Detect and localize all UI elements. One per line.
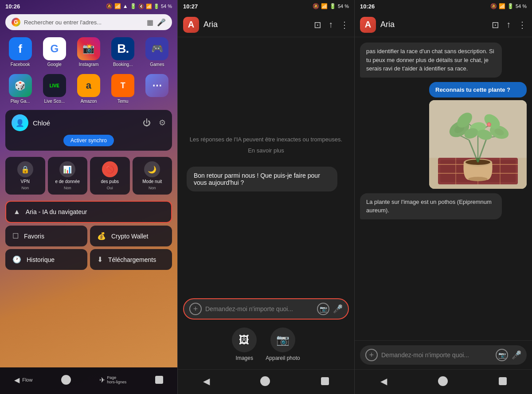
images-icon[interactable]: 🖼 — [232, 328, 257, 352]
app-icon-playgames: 🎲 — [9, 74, 32, 97]
profile-section: 👤 Chloé ⏻ ⚙ Activer synchro — [5, 110, 172, 151]
menu-aria[interactable]: ▲ Aria - IA du navigateur — [5, 201, 172, 223]
bot-message-1: pas identifier la race d'un chat sans de… — [360, 43, 502, 78]
add-attachment-button-p3[interactable]: + — [365, 349, 378, 361]
aria-header-p3: A Aria ⊡ ↑ ⋮ — [355, 12, 532, 37]
battery-pct-p3: 54 % — [516, 4, 527, 9]
app-label-playgames: Play Ga... — [11, 99, 30, 104]
status-time-p2: 10:27 — [183, 3, 198, 10]
camera-icon[interactable]: 📷 — [270, 328, 295, 352]
app-instagram[interactable]: 📸 Instagram — [74, 37, 103, 67]
nav-recents-p2[interactable] — [321, 377, 329, 385]
app-more[interactable]: ⋯ — [142, 74, 172, 104]
wifi-icon-p1: 📶 — [114, 3, 121, 9]
chat-input-p2[interactable]: Demandez-moi n'importe quoi... — [205, 305, 313, 312]
header-actions-p3: ⊡ ↑ ⋮ — [492, 20, 527, 30]
app-booking[interactable]: B. Booking... — [108, 37, 138, 67]
search-bar[interactable]: G Rechercher ou entrer l'adres... ▦ 🎤 — [5, 14, 172, 30]
menu-downloads-label: Téléchargements — [108, 256, 156, 263]
toggle-data[interactable]: 📊 e de donnée Non — [48, 157, 88, 195]
app-games[interactable]: 🎮 Games — [142, 37, 172, 67]
nav-back-p3[interactable]: ◀ — [380, 376, 387, 386]
app-playgames[interactable]: 🎲 Play Ga... — [5, 74, 35, 104]
toggle-vpn-label: VPN — [20, 179, 30, 184]
mute-icon-p3: 🔕 — [490, 3, 497, 9]
nav-home-p1[interactable] — [61, 375, 71, 385]
app-icon-instagram: 📸 — [77, 37, 100, 60]
chat-mode-icon[interactable]: ⊡ — [314, 20, 321, 30]
menu-crypto[interactable]: 💰 Crypto Wallet — [90, 226, 172, 246]
attachment-camera[interactable]: 📷 Appareil photo — [266, 328, 300, 361]
menu-favorites[interactable]: ☐ Favoris — [5, 226, 87, 246]
camera-button-p3[interactable]: 📷 — [496, 349, 508, 361]
menu-grid: ☐ Favoris 💰 Crypto Wallet 🕐 Historique ⬇… — [5, 226, 172, 270]
panel3-input-row[interactable]: + Demandez-moi n'importe quoi... 📷 🎤 — [360, 345, 527, 365]
app-icon-booking: B. — [111, 37, 134, 60]
menu-history-label: Historique — [27, 256, 55, 263]
nav-recents-p3[interactable] — [499, 377, 507, 385]
app-label-booking: Booking... — [113, 62, 133, 67]
chat-input-row-p2[interactable]: + Demandez-moi n'importe quoi... 📷 🎤 — [183, 298, 349, 320]
nav-home-p2[interactable] — [260, 376, 270, 386]
status-bar-p3: 10:26 🔕 📶 🔋 54 % — [355, 0, 532, 12]
toggle-night-label: Mode nuit — [142, 179, 162, 184]
mic-button-p3[interactable]: 🎤 — [512, 350, 521, 360]
toggle-night[interactable]: 🌙 Mode nuit Non — [133, 157, 172, 195]
battery-icon-p3: 🔋 — [507, 3, 514, 9]
status-time-p3: 10:26 — [360, 3, 375, 10]
nav-back-p2[interactable]: ◀ — [203, 376, 210, 386]
share-icon-p3[interactable]: ↑ — [506, 20, 511, 30]
nav-plane-p1[interactable]: ✈ Pagehors-lignes — [99, 375, 126, 384]
app-icon-facebook: f — [9, 37, 32, 60]
app-livescore[interactable]: LIVE Live Sco... — [39, 74, 69, 104]
settings-icon[interactable]: ⚙ — [159, 118, 166, 128]
nav-back-p1[interactable]: ◀ Flow — [14, 376, 32, 384]
add-attachment-button-p2[interactable]: + — [189, 303, 202, 315]
toggle-ads[interactable]: 🚫 des pubs Oui — [90, 157, 130, 195]
chat-mode-icon-p3[interactable]: ⊡ — [492, 20, 499, 30]
attachment-images[interactable]: 🖼 Images — [232, 328, 257, 361]
nav-home-p3[interactable] — [438, 376, 448, 386]
status-bar-p2: 10:27 🔕 📶 🔋 54 % — [178, 0, 354, 12]
menu-section: ▲ Aria - IA du navigateur ☐ Favoris 💰 Cr… — [0, 198, 177, 273]
more-options-icon[interactable]: ⋮ — [340, 20, 349, 30]
menu-downloads[interactable]: ⬇ Téléchargements — [90, 249, 172, 270]
app-label-instagram: Instagram — [79, 62, 98, 67]
toggle-vpn-sublabel: Non — [21, 186, 29, 190]
welcome-message: Bon retour parmi nous ! Que puis-je fair… — [187, 167, 337, 191]
qr-icon[interactable]: ▦ — [147, 18, 153, 27]
app-temu[interactable]: T Temu — [108, 74, 138, 104]
camera-button-p2[interactable]: 📷 — [317, 303, 329, 315]
sync-button[interactable]: Activer synchro — [63, 135, 114, 146]
status-time-p1: 10:26 — [5, 3, 20, 10]
signal-icon-p1: ▲ — [123, 3, 128, 9]
chat-input-p3[interactable]: Demandez-moi n'importe quoi... — [381, 351, 492, 359]
app-label-games: Games — [150, 62, 164, 67]
share-icon[interactable]: ↑ — [329, 20, 333, 30]
nav-recents-p1[interactable] — [155, 376, 163, 384]
mute-icon-p1: 🔕 — [106, 3, 113, 9]
app-facebook[interactable]: f Facebook — [5, 37, 35, 67]
more-options-icon-p3[interactable]: ⋮ — [518, 20, 527, 30]
app-label-temu: Temu — [117, 99, 128, 104]
power-icon[interactable]: ⏻ — [143, 118, 151, 128]
header-actions-p2: ⊡ ↑ ⋮ — [314, 20, 349, 30]
downloads-icon: ⬇ — [97, 255, 103, 264]
mic-button-p2[interactable]: 🎤 — [333, 304, 343, 314]
learn-more-link[interactable]: En savoir plus — [248, 147, 284, 154]
app-icon-amazon: a — [77, 74, 100, 97]
plant-image — [429, 100, 527, 189]
app-google[interactable]: G Google — [39, 37, 69, 67]
app-amazon[interactable]: a Amazon — [74, 74, 103, 104]
toggle-vpn[interactable]: 🔒 VPN Non — [5, 157, 45, 195]
mute-icon-p2: 🔕 — [313, 3, 319, 9]
menu-history[interactable]: 🕐 Historique — [5, 249, 87, 270]
app-label-facebook: Facebook — [11, 62, 30, 67]
svg-rect-29 — [429, 100, 527, 158]
toggle-night-sublabel: Non — [149, 186, 156, 190]
app-icon-livescore: LIVE — [43, 74, 66, 97]
mic-icon[interactable]: 🎤 — [157, 18, 166, 27]
wifi-icon-p2: 📶 — [321, 3, 328, 9]
menu-favorites-label: Favoris — [24, 233, 44, 240]
ads-icon: 🚫 — [102, 161, 118, 177]
